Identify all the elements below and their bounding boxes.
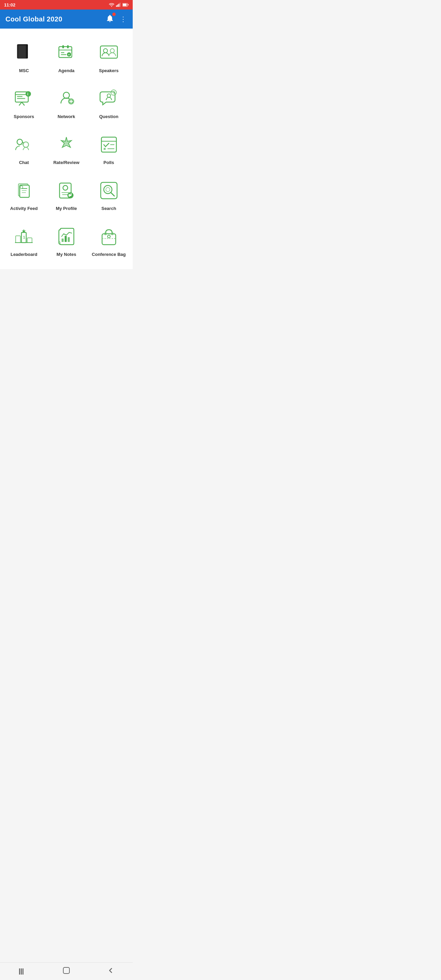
grid-item-speakers[interactable]: Speakers bbox=[88, 34, 130, 80]
grid-item-sponsors[interactable]: i Sponsors bbox=[3, 80, 45, 126]
svg-rect-18 bbox=[100, 46, 118, 58]
svg-rect-45 bbox=[20, 185, 29, 197]
svg-text:i: i bbox=[27, 92, 28, 96]
svg-point-33 bbox=[107, 94, 111, 97]
network-label: Network bbox=[57, 114, 75, 119]
overflow-menu-button[interactable]: ⋮ bbox=[120, 15, 127, 23]
grid-item-conference-bag[interactable]: Conference Bag bbox=[88, 218, 130, 264]
msc-label: MSC bbox=[19, 68, 29, 73]
leaderboard-icon: 1 bbox=[12, 224, 36, 248]
conference-bag-icon bbox=[97, 224, 121, 248]
svg-rect-11 bbox=[62, 45, 64, 48]
chat-icon bbox=[12, 133, 36, 156]
svg-rect-3 bbox=[118, 4, 119, 7]
svg-text:?: ? bbox=[113, 91, 115, 95]
grid-item-activity-feed[interactable]: Activity Feed bbox=[3, 172, 45, 218]
grid-item-leaderboard[interactable]: 1 Leaderboard bbox=[3, 218, 45, 264]
my-profile-label: My Profile bbox=[56, 206, 77, 211]
svg-rect-62 bbox=[27, 238, 32, 243]
speakers-label: Speakers bbox=[99, 68, 119, 73]
svg-point-20 bbox=[110, 49, 114, 53]
status-bar: 11:02 bbox=[0, 0, 133, 10]
sponsors-icon: i bbox=[12, 87, 36, 111]
notification-badge bbox=[112, 13, 116, 16]
svg-rect-4 bbox=[120, 3, 121, 7]
agenda-label: Agenda bbox=[58, 68, 75, 73]
activity-feed-label: Activity Feed bbox=[10, 206, 38, 211]
leaderboard-label: Leaderboard bbox=[11, 252, 37, 257]
my-profile-icon bbox=[54, 179, 78, 202]
question-label: Question bbox=[99, 114, 118, 119]
grid-item-agenda[interactable]: + Agenda bbox=[45, 34, 88, 80]
network-icon bbox=[54, 87, 78, 111]
svg-point-59 bbox=[106, 188, 110, 192]
app-title: Cool Global 2020 bbox=[5, 15, 62, 23]
svg-text:+: + bbox=[68, 53, 70, 56]
agenda-icon: + bbox=[54, 41, 78, 65]
rate-review-icon bbox=[54, 133, 78, 156]
svg-rect-66 bbox=[62, 239, 64, 242]
svg-point-51 bbox=[63, 185, 68, 190]
svg-line-26 bbox=[22, 102, 24, 105]
svg-rect-12 bbox=[67, 45, 69, 48]
svg-point-29 bbox=[63, 92, 69, 98]
svg-point-19 bbox=[103, 49, 108, 53]
my-notes-label: My Notes bbox=[56, 252, 76, 257]
search-label: Search bbox=[101, 206, 116, 211]
svg-point-0 bbox=[111, 6, 112, 7]
svg-rect-23 bbox=[17, 96, 22, 97]
svg-rect-67 bbox=[65, 236, 67, 242]
grid-item-my-notes[interactable]: My Notes bbox=[45, 218, 88, 264]
grid-item-question[interactable]: ? Question bbox=[88, 80, 130, 126]
sponsors-label: Sponsors bbox=[14, 114, 34, 119]
polls-label: Polls bbox=[103, 160, 114, 165]
grid-item-search[interactable]: Search bbox=[88, 172, 130, 218]
svg-point-37 bbox=[23, 142, 29, 147]
grid-item-polls[interactable]: Polls bbox=[88, 126, 130, 172]
grid-item-network[interactable]: Network bbox=[45, 80, 88, 126]
svg-rect-7 bbox=[128, 4, 129, 5]
svg-rect-60 bbox=[16, 236, 21, 243]
grid-item-rate-review[interactable]: Rate/Review bbox=[45, 126, 88, 172]
my-notes-icon bbox=[54, 224, 78, 248]
polls-icon bbox=[97, 133, 121, 156]
conference-bag-label: Conference Bag bbox=[92, 252, 126, 257]
svg-text:1: 1 bbox=[23, 235, 25, 239]
speakers-icon bbox=[97, 41, 121, 65]
status-time: 11:02 bbox=[4, 2, 15, 8]
main-grid: MSC + Agenda bbox=[0, 29, 133, 269]
notification-bell-button[interactable] bbox=[105, 14, 114, 24]
search-icon bbox=[97, 179, 121, 202]
svg-rect-15 bbox=[61, 54, 66, 55]
svg-line-58 bbox=[111, 192, 114, 196]
svg-rect-1 bbox=[116, 5, 117, 7]
svg-point-73 bbox=[108, 235, 110, 238]
svg-line-25 bbox=[19, 102, 22, 105]
question-icon: ? bbox=[97, 87, 121, 111]
rate-review-label: Rate/Review bbox=[53, 160, 80, 165]
svg-rect-68 bbox=[68, 237, 70, 242]
status-icons bbox=[109, 3, 129, 7]
svg-rect-2 bbox=[118, 5, 118, 7]
grid-item-my-profile[interactable]: My Profile bbox=[45, 172, 88, 218]
top-app-bar: Cool Global 2020 ⋮ bbox=[0, 10, 133, 29]
empty-space bbox=[0, 269, 133, 371]
grid-item-msc[interactable]: MSC bbox=[3, 34, 45, 80]
svg-rect-6 bbox=[123, 3, 127, 6]
msc-icon bbox=[12, 41, 36, 65]
svg-rect-24 bbox=[17, 98, 25, 99]
activity-feed-icon bbox=[12, 179, 36, 202]
svg-rect-14 bbox=[61, 52, 64, 53]
top-bar-actions: ⋮ bbox=[105, 14, 127, 24]
grid-item-chat[interactable]: Chat bbox=[3, 126, 45, 172]
bottom-spacer bbox=[0, 371, 133, 389]
chat-label: Chat bbox=[19, 160, 29, 165]
